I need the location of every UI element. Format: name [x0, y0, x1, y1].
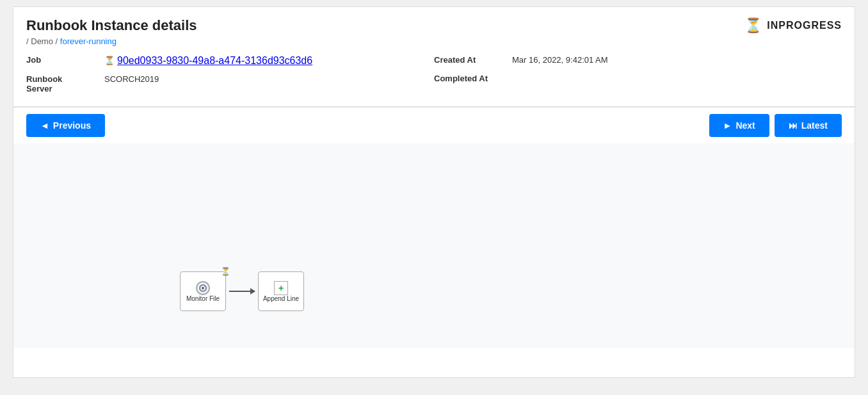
latest-icon: ⏭ [789, 120, 798, 131]
node-append-line-label: Append Line [263, 295, 299, 302]
next-button[interactable]: ► Next [709, 114, 769, 137]
next-icon: ► [723, 120, 732, 131]
nav-bar: ◄ Previous ► Next ⏭ Latest [13, 107, 855, 143]
breadcrumb-separator: / [26, 36, 29, 46]
job-icon: ⏳ [104, 56, 115, 65]
next-label: Next [735, 120, 755, 131]
breadcrumb: / Demo / forever-running [26, 36, 842, 46]
title-row: Runbook Instance details ⏳ INPROGRESS [26, 17, 842, 34]
page-title: Runbook Instance details [26, 17, 197, 34]
created-at-label: Created At [434, 55, 504, 65]
completed-at-label: Completed At [434, 74, 504, 83]
node-append-line[interactable]: + Append Line [258, 271, 304, 311]
status-icon: ⏳ [744, 17, 762, 34]
canvas-area: ⏳ Monitor File + Append Line [13, 143, 855, 348]
arrow-line [229, 291, 255, 292]
job-link[interactable]: 90ed0933-9830-49a8-a474-3136d93c63d6 [117, 55, 312, 67]
previous-label: Previous [53, 120, 91, 131]
arrow-connector [226, 291, 258, 292]
breadcrumb-separator2: / [56, 36, 58, 46]
job-row: Job ⏳ 90ed0933-9830-49a8-a474-3136d93c63… [26, 55, 434, 67]
breadcrumb-link[interactable]: forever-running [60, 36, 117, 46]
latest-label: Latest [801, 120, 828, 131]
job-label: Job [26, 55, 97, 65]
details-grid: Job ⏳ 90ed0933-9830-49a8-a474-3136d93c63… [26, 55, 842, 100]
left-details: Job ⏳ 90ed0933-9830-49a8-a474-3136d93c63… [26, 55, 434, 93]
monitor-file-icon [196, 281, 210, 295]
workflow-nodes: ⏳ Monitor File + Append Line [180, 271, 304, 311]
runbook-server-label: RunbookServer [26, 74, 97, 93]
right-nav-buttons: ► Next ⏭ Latest [709, 114, 842, 137]
main-container: Runbook Instance details ⏳ INPROGRESS / … [13, 6, 855, 378]
right-details: Created At Mar 16, 2022, 9:42:01 AM Comp… [434, 55, 842, 93]
previous-icon: ◄ [40, 120, 49, 131]
created-at-row: Created At Mar 16, 2022, 9:42:01 AM [434, 55, 842, 65]
append-line-icon: + [274, 281, 288, 295]
svg-point-1 [202, 287, 204, 289]
runbook-server-value: SCORCH2019 [104, 74, 159, 84]
job-link-row: ⏳ 90ed0933-9830-49a8-a474-3136d93c63d6 [104, 55, 312, 67]
previous-button[interactable]: ◄ Previous [26, 114, 105, 137]
latest-button[interactable]: ⏭ Latest [775, 114, 842, 137]
header-section: Runbook Instance details ⏳ INPROGRESS / … [13, 7, 855, 107]
breadcrumb-demo: Demo [31, 36, 55, 46]
created-at-value: Mar 16, 2022, 9:42:01 AM [512, 55, 608, 65]
runbook-server-row: RunbookServer SCORCH2019 [26, 74, 434, 93]
completed-at-row: Completed At [434, 74, 842, 83]
node-monitor-file[interactable]: ⏳ Monitor File [180, 271, 226, 311]
status-area: ⏳ INPROGRESS [744, 17, 842, 34]
node-hourglass-icon: ⏳ [221, 267, 230, 276]
status-text: INPROGRESS [767, 20, 842, 31]
node-monitor-file-label: Monitor File [186, 295, 220, 302]
